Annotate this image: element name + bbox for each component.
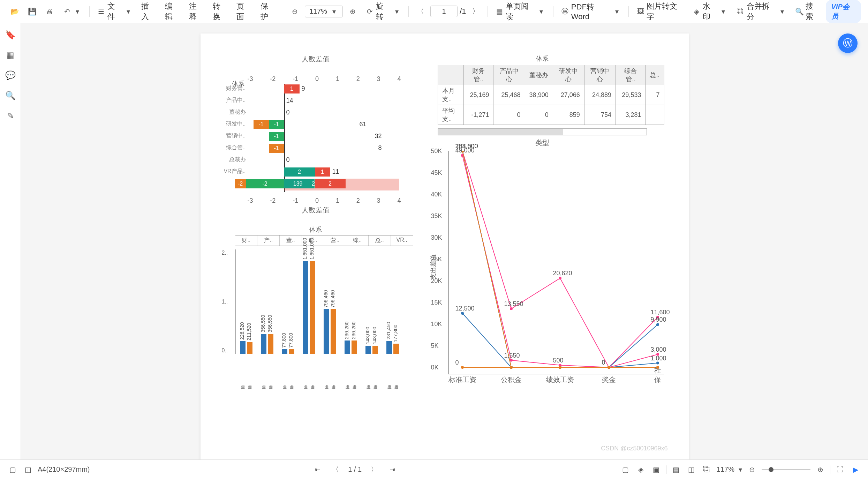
zoom-slider[interactable] [762,469,810,470]
svg-point-27 [559,366,561,369]
rotate-button[interactable]: ⟳旋转▾ [362,0,404,24]
minus-icon: ⊖ [291,7,299,16]
page-layout-2[interactable]: ◫ [22,464,33,475]
single-page-button[interactable]: ▤单页阅读▾ [492,0,549,24]
zoom-out-button[interactable]: ⊖ [287,5,303,18]
line-plot: 支出差值 0K5K10K15K20K25K30K35K40K45K50K标准工资… [448,151,664,374]
svg-point-19 [656,362,659,365]
chevron-down-icon: ▾ [73,7,82,16]
chart-title-bottom: 人数差值 [218,205,413,215]
ocr-button[interactable]: 🖼图片转文字 [633,0,687,24]
print-button[interactable]: 🖨 [42,5,57,18]
file-label: 文件 [107,1,122,22]
edit-panel-icon[interactable]: ✎ [6,111,15,121]
page-layout-1[interactable]: ▢ [7,464,18,475]
view-mode-4[interactable]: ▤ [671,464,682,475]
zoom-value: 117% [309,7,327,15]
first-page-button[interactable]: ⇤ [312,464,323,475]
pdf-to-word-button[interactable]: ⓌPDF转Word▾ [558,0,624,23]
table-scroll[interactable] [438,128,647,135]
paper-size: A4(210×297mm) [38,465,90,473]
chevron-down-icon: ▾ [393,7,401,16]
play-button[interactable]: ▶ [850,464,861,475]
chart-title: 人数差值 [218,54,413,64]
merge-label: 合并拆分 [747,1,776,22]
vip-badge[interactable]: VIP会员 [826,0,861,23]
page-input[interactable]: 1 [430,6,458,17]
prev-page-button[interactable]: 〈 [413,5,428,18]
canvas: Ⓦ 人数差值 -3-2-101234 体系 财务管..产品中..董秘办研发中..… [21,23,868,459]
search-button[interactable]: 🔍搜索 [792,0,823,24]
prev-page-button[interactable]: 〈 [330,464,341,475]
thumbnails-icon[interactable]: ▦ [6,50,15,60]
search-panel-icon[interactable]: 🔍 [6,91,15,100]
svg-point-2 [559,277,561,279]
x-ticks-bottom: -3-2-101234 [248,197,401,204]
bookmark-icon[interactable]: 🔖 [6,30,15,40]
last-page-button[interactable]: ⇥ [387,464,398,475]
zoom-in-button[interactable]: ⊕ [345,5,360,18]
chevron-right-icon: 〉 [471,7,480,16]
view-mode-6[interactable]: ⿻ [701,464,712,475]
svg-point-25 [461,366,464,369]
watermark-button[interactable]: ◈水印▾ [689,0,731,24]
folder-icon: 📂 [10,7,19,16]
page-icon: ▤ [496,7,504,16]
chevron-down-icon: ▾ [330,7,338,16]
merge-split-button[interactable]: ⿻合并拆分▾ [733,0,790,24]
plus-icon: ⊕ [348,7,357,16]
view-mode-1[interactable]: ▢ [620,464,631,475]
save-icon: 💾 [28,7,36,16]
word-icon: Ⓦ [843,37,853,50]
svg-point-14 [656,323,659,326]
chevron-down-icon: ▾ [124,7,132,16]
annotation-icon[interactable]: 💬 [6,70,15,80]
convert-button[interactable]: 转换 [209,0,231,24]
zoom-select[interactable]: 117%▾ [305,6,343,17]
watermark-icon: ◈ [693,7,701,16]
left-sidebar: 🔖 ▦ 💬 🔍 ✎ [0,23,21,459]
fullscreen-button[interactable]: ⛶ [835,464,846,475]
chart-grouped-bars: 体系 财..产..董..研..营..综..总..VR.. 0.. 1.. 2..… [218,225,413,365]
ocr-label: 图片转文字 [647,1,684,22]
comment-button[interactable]: 注释 [186,0,207,24]
search-icon: 🔍 [795,7,803,16]
chevron-down-icon: ▾ [537,7,545,16]
zoom-value: 117% [717,465,734,473]
protect-button[interactable]: 保护 [257,0,279,24]
main-toolbar: 📂 💾 🖨 ↶▾ ☰文件▾ 插入 编辑 注释 转换 页面 保护 ⊖ 117%▾ … [0,0,868,23]
menu-icon: ☰ [97,7,105,16]
page-button[interactable]: 页面 [233,0,255,24]
svg-point-26 [510,366,513,369]
chart-line: 体系 财务管..产品中心董秘办研发中心营销中心综合管..总..本月支..25,1… [420,54,664,368]
print-icon: 🖨 [45,7,54,16]
ytick: 0.. [222,347,228,354]
rotate-label: 旋转 [376,1,391,22]
view-mode-3[interactable]: ▣ [651,464,662,475]
next-page-button[interactable]: 〉 [468,5,483,18]
next-page-button[interactable]: 〉 [369,464,380,475]
undo-button[interactable]: ↶▾ [59,5,85,18]
zoom-in-button[interactable]: ⊕ [815,464,826,475]
row-labels: 财务管..产品中..董秘办研发中..营销中..综合管..总裁办VR产品..总和 [218,82,246,189]
edit-button[interactable]: 编辑 [161,0,183,24]
view-mode-5[interactable]: ◫ [686,464,697,475]
table-title: 体系 [420,54,664,63]
open-button[interactable]: 📂 [7,5,22,18]
zoom-out-button[interactable]: ⊖ [746,464,757,475]
bar-rows: 19140-1-161-132-1802111-2-213922 [284,84,399,190]
ytick: 1.. [222,299,228,305]
chevron-down-icon[interactable]: ▾ [739,465,742,474]
save-button[interactable]: 💾 [24,5,40,18]
image-text-icon: 🖼 [636,7,644,16]
menu-button[interactable]: ☰文件▾ [94,0,136,24]
x-ticks-top: -3-2-101234 [248,75,401,83]
chevron-down-icon: ▾ [613,7,621,16]
single-label: 单页阅读 [506,1,535,22]
chevron-down-icon: ▾ [778,7,786,16]
export-word-floater[interactable]: Ⓦ [838,33,858,53]
group-header: 财..产..董..研..营..综..总..VR.. [235,235,413,246]
chevron-down-icon: ▾ [719,7,727,16]
insert-button[interactable]: 插入 [138,0,159,24]
view-mode-2[interactable]: ◈ [635,464,647,475]
